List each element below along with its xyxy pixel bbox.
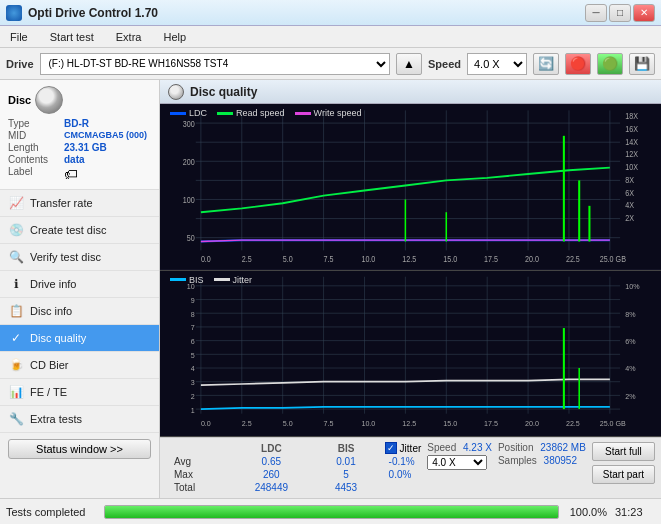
create-test-disc-icon: 💿 (8, 222, 24, 238)
speed-label: Speed (428, 58, 461, 70)
samples-row: Samples 380952 (498, 455, 586, 466)
svg-text:300: 300 (183, 119, 195, 129)
menubar: File Start test Extra Help (0, 26, 661, 48)
bis-legend-color (170, 278, 186, 281)
color1-button[interactable]: 🔴 (565, 53, 591, 75)
sidebar-item-disc-quality[interactable]: ✓ Disc quality (0, 325, 159, 352)
status-text: Tests completed (6, 506, 96, 518)
ldc-chart-area: 300 200 100 50 18X 16X 14X 12X 10X 8X 6X… (160, 104, 661, 271)
sidebar-item-extra-tests[interactable]: 🔧 Extra tests (0, 406, 159, 433)
refresh-button[interactable]: 🔄 (533, 53, 559, 75)
stats-row-avg-label: Avg (166, 455, 229, 468)
status-window-button[interactable]: Status window >> (8, 439, 151, 459)
svg-text:12.5: 12.5 (402, 254, 416, 264)
svg-text:22.5: 22.5 (566, 418, 580, 427)
samples-value: 380952 (544, 455, 577, 466)
verify-test-disc-icon: 🔍 (8, 249, 24, 265)
position-row: Position 23862 MB (498, 442, 586, 453)
svg-text:7.5: 7.5 (324, 254, 334, 264)
speed-section: Speed 4.23 X 4.0 X (427, 442, 492, 470)
write-speed-legend-color (295, 112, 311, 115)
label-icon[interactable]: 🏷 (64, 166, 78, 182)
charts-container: 300 200 100 50 18X 16X 14X 12X 10X 8X 6X… (160, 104, 661, 437)
menu-extra[interactable]: Extra (110, 29, 148, 45)
disc-panel: Disc Type BD-R MID CMCMAGBA5 (000) Lengt… (0, 80, 159, 190)
sidebar-item-drive-info[interactable]: ℹ Drive info (0, 271, 159, 298)
ldc-legend-color (170, 112, 186, 115)
sidebar-item-transfer-rate[interactable]: 📈 Transfer rate (0, 190, 159, 217)
start-full-button[interactable]: Start full (592, 442, 655, 461)
svg-text:15.0: 15.0 (443, 254, 457, 264)
start-part-button[interactable]: Start part (592, 465, 655, 484)
svg-text:8: 8 (191, 309, 195, 318)
maximize-button[interactable]: □ (609, 4, 631, 22)
write-speed-legend-item: Write speed (295, 108, 362, 118)
svg-text:20.0: 20.0 (525, 418, 539, 427)
color2-button[interactable]: 🟢 (597, 53, 623, 75)
write-speed-legend-label: Write speed (314, 108, 362, 118)
sidebar-item-disc-info[interactable]: 📋 Disc info (0, 298, 159, 325)
position-section: Position 23862 MB Samples 380952 (498, 442, 586, 466)
jitter-section: ✓ Jitter -0.1% 0.0% (385, 442, 422, 480)
stats-row-total-label: Total (166, 481, 229, 494)
svg-text:2.5: 2.5 (242, 254, 252, 264)
label-label: Label (8, 166, 60, 182)
drive-label: Drive (6, 58, 34, 70)
stats-panel: LDC BIS Avg 0.65 0.01 Max 260 5 Total (160, 437, 661, 498)
fe-te-icon: 📊 (8, 384, 24, 400)
svg-text:100: 100 (183, 196, 195, 206)
stats-max-bis: 5 (313, 468, 378, 481)
bis-legend-label: BIS (189, 275, 204, 285)
sidebar-item-create-test-disc[interactable]: 💿 Create test disc (0, 217, 159, 244)
svg-rect-0 (160, 104, 661, 270)
type-label: Type (8, 118, 60, 129)
save-button[interactable]: 💾 (629, 53, 655, 75)
drive-info-icon: ℹ (8, 276, 24, 292)
svg-text:6%: 6% (625, 336, 636, 345)
progress-bar-container (104, 505, 559, 519)
jitter-checkbox[interactable]: ✓ (385, 442, 397, 454)
bis-legend-item: BIS (170, 275, 204, 285)
svg-text:8X: 8X (625, 175, 634, 185)
minimize-button[interactable]: ─ (585, 4, 607, 22)
sidebar-item-fe-te[interactable]: 📊 FE / TE (0, 379, 159, 406)
ldc-chart-legend: LDC Read speed Write speed (170, 108, 361, 118)
mid-value: CMCMAGBA5 (000) (64, 130, 147, 141)
length-label: Length (8, 142, 60, 153)
eject-button[interactable]: ▲ (396, 53, 422, 75)
svg-text:14X: 14X (625, 137, 638, 147)
svg-text:9: 9 (191, 295, 195, 304)
sidebar-item-verify-test-disc[interactable]: 🔍 Verify test disc (0, 244, 159, 271)
menu-file[interactable]: File (4, 29, 34, 45)
ldc-legend-label: LDC (189, 108, 207, 118)
main: Disc Type BD-R MID CMCMAGBA5 (000) Lengt… (0, 80, 661, 498)
drivebar: Drive (F:) HL-DT-ST BD-RE WH16NS58 TST4 … (0, 48, 661, 80)
action-buttons: Start full Start part (592, 442, 655, 484)
jitter-label: Jitter (400, 443, 422, 454)
contents-value: data (64, 154, 85, 165)
drive-select[interactable]: (F:) HL-DT-ST BD-RE WH16NS58 TST4 (40, 53, 390, 75)
app-title: Opti Drive Control 1.70 (28, 6, 158, 20)
stats-avg-bis: 0.01 (313, 455, 378, 468)
read-speed-legend-color (217, 112, 233, 115)
svg-text:10.0: 10.0 (361, 418, 375, 427)
speed-chart-select[interactable]: 4.0 X (427, 455, 487, 470)
progress-text: 100.0% (567, 506, 607, 518)
svg-text:6: 6 (191, 336, 195, 345)
svg-text:5: 5 (191, 350, 195, 359)
menu-help[interactable]: Help (157, 29, 192, 45)
svg-text:15.0: 15.0 (443, 418, 457, 427)
stats-col-ldc: LDC (229, 442, 313, 455)
app-icon (6, 5, 22, 21)
read-speed-legend-label: Read speed (236, 108, 285, 118)
read-speed-legend-item: Read speed (217, 108, 285, 118)
cd-bier-icon: 🍺 (8, 357, 24, 373)
stats-row-max-label: Max (166, 468, 229, 481)
speed-select[interactable]: 4.0 X (467, 53, 527, 75)
close-button[interactable]: ✕ (633, 4, 655, 22)
ldc-chart-svg: 300 200 100 50 18X 16X 14X 12X 10X 8X 6X… (160, 104, 661, 270)
svg-text:7: 7 (191, 322, 195, 331)
menu-start-test[interactable]: Start test (44, 29, 100, 45)
position-value: 23862 MB (540, 442, 586, 453)
sidebar-item-cd-bier[interactable]: 🍺 CD Bier (0, 352, 159, 379)
